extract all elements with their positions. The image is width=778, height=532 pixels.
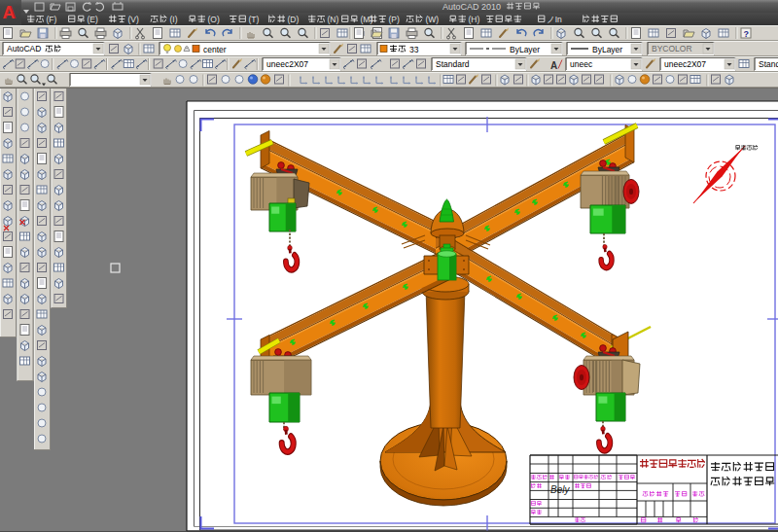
svg-text:(H): (H)	[469, 15, 480, 24]
svg-text:(I): (I)	[170, 15, 178, 24]
svg-text:ノIn: ノIn	[547, 15, 562, 24]
svg-text:33: 33	[409, 45, 419, 54]
svg-text:(T): (T)	[249, 15, 260, 24]
svg-text:A: A	[550, 60, 557, 71]
svg-text:(D): (D)	[288, 15, 300, 24]
svg-text:(P): (P)	[389, 15, 401, 24]
svg-text:(M): (M)	[361, 15, 373, 24]
svg-text:(E): (E)	[88, 15, 99, 24]
svg-text:uneec: uneec	[570, 59, 593, 69]
svg-text:AutoCAD 2010: AutoCAD 2010	[442, 2, 501, 12]
svg-text:uneec2X07: uneec2X07	[664, 59, 706, 69]
svg-text:(F): (F)	[47, 15, 57, 24]
svg-text:A: A	[3, 3, 16, 22]
svg-text:ByLayer: ByLayer	[510, 45, 540, 54]
svg-text:(W): (W)	[426, 15, 440, 24]
svg-text:BYCOLOR: BYCOLOR	[652, 44, 692, 53]
svg-text:AutoCAD: AutoCAD	[7, 44, 41, 53]
svg-text:Bely: Bely	[550, 484, 570, 495]
svg-text:center: center	[203, 45, 227, 54]
svg-text:(V): (V)	[128, 15, 140, 24]
svg-text:ByLayer: ByLayer	[592, 45, 622, 54]
svg-text:Standa: Standa	[759, 59, 778, 69]
svg-text:(O): (O)	[208, 15, 220, 24]
svg-text:uneec2X07: uneec2X07	[266, 59, 308, 69]
svg-text:Standard: Standard	[436, 59, 470, 69]
svg-text:?: ?	[744, 29, 750, 39]
svg-text:(N): (N)	[328, 15, 339, 24]
